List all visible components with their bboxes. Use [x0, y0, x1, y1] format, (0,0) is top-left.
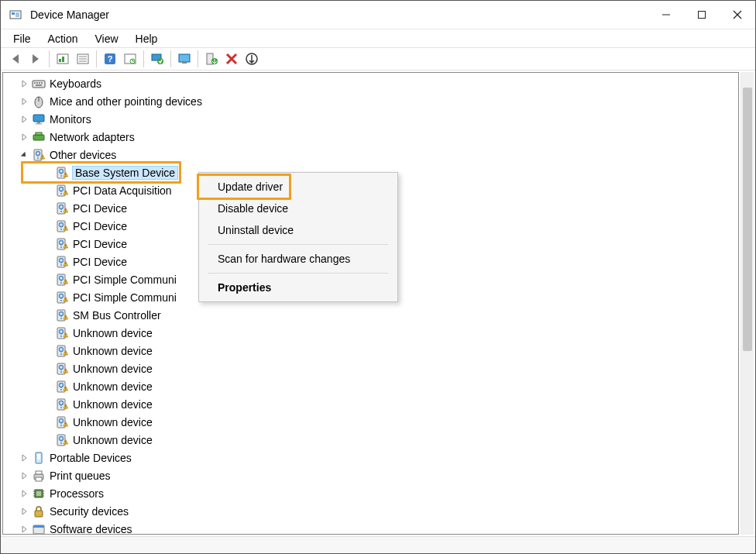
network-icon — [31, 130, 46, 144]
expand-icon[interactable] — [19, 96, 29, 107]
context-menu-item[interactable]: Uninstall device — [201, 219, 396, 241]
uninstall-button[interactable] — [222, 50, 242, 68]
scan-hardware-button[interactable] — [242, 50, 262, 68]
tree-item-label: Unknown device — [73, 327, 153, 339]
unknown-warn-icon — [54, 237, 70, 251]
tree-item-label: Unknown device — [73, 380, 153, 393]
toolbar-separator — [198, 50, 198, 67]
tree-item[interactable]: Unknown device — [42, 324, 738, 342]
update-driver-button[interactable] — [147, 50, 167, 68]
expand-icon[interactable] — [19, 524, 29, 535]
unknown-warn-icon — [54, 166, 70, 180]
tree-item[interactable]: Mice and other pointing devices — [19, 92, 738, 110]
close-button[interactable] — [720, 1, 755, 29]
tree-item[interactable]: Portable Devices — [19, 449, 738, 466]
menu-action[interactable]: Action — [40, 30, 86, 47]
lock-icon — [31, 504, 46, 518]
tree-item[interactable]: SM Bus Controller — [42, 306, 738, 324]
titlebar: Device Manager — [1, 1, 755, 29]
context-menu-item[interactable]: Disable device — [201, 198, 396, 219]
expand-icon[interactable] — [19, 78, 29, 89]
menu-help[interactable]: Help — [128, 30, 166, 47]
expand-icon[interactable] — [19, 488, 29, 499]
no-toggle — [42, 256, 53, 267]
unknown-warn-icon — [31, 148, 46, 162]
maximize-button[interactable] — [684, 1, 720, 29]
vertical-scrollbar[interactable] — [741, 72, 754, 535]
unknown-warn-icon — [54, 201, 70, 215]
expand-icon[interactable] — [19, 114, 29, 125]
context-menu-item[interactable]: Properties — [201, 277, 396, 298]
scrollbar-thumb[interactable] — [743, 88, 752, 351]
no-toggle — [42, 203, 53, 214]
tree-item-label: Print queues — [50, 470, 111, 482]
menu-view[interactable]: View — [87, 30, 125, 47]
no-toggle — [42, 435, 53, 446]
show-hidden-button[interactable] — [53, 50, 73, 68]
tree-item-label: Processors — [50, 487, 104, 500]
display-button[interactable] — [174, 50, 194, 68]
no-toggle — [42, 417, 53, 428]
back-button[interactable] — [5, 50, 26, 68]
unknown-warn-icon — [54, 397, 70, 411]
tree-item[interactable]: Unknown device — [42, 413, 738, 431]
cpu-icon — [31, 487, 46, 501]
context-menu-separator — [208, 273, 388, 274]
expand-icon[interactable] — [19, 470, 29, 481]
tree-item[interactable]: Monitors — [19, 110, 738, 128]
keyboard-icon — [31, 77, 46, 91]
tree-item-label: Software devices — [50, 523, 132, 535]
no-toggle — [42, 399, 53, 410]
unknown-warn-icon — [54, 273, 70, 287]
device-tree[interactable]: KeyboardsMice and other pointing devices… — [2, 72, 739, 535]
toolbar-separator — [170, 50, 171, 67]
enable-device-button[interactable] — [201, 50, 222, 68]
svg-rect-57 — [699, 12, 706, 19]
expand-icon[interactable] — [19, 132, 29, 143]
no-toggle — [42, 310, 53, 321]
printer-icon — [31, 469, 46, 483]
help-button[interactable] — [100, 50, 120, 68]
unknown-warn-icon — [54, 291, 70, 305]
tree-item[interactable]: Keyboards — [19, 74, 738, 92]
tree-item[interactable]: Unknown device — [42, 431, 738, 449]
tree-item[interactable]: Unknown device — [42, 377, 738, 395]
no-toggle — [42, 328, 53, 339]
tree-item-label: Monitors — [50, 113, 91, 126]
tree-item-label: PCI Simple Communi — [73, 274, 177, 286]
no-toggle — [42, 274, 53, 285]
tree-item[interactable]: Network adapters — [19, 128, 738, 146]
unknown-warn-icon — [54, 184, 70, 198]
unknown-warn-icon — [54, 344, 70, 358]
minimize-button[interactable] — [648, 1, 684, 29]
tree-item[interactable]: Print queues — [19, 466, 738, 484]
tree-item[interactable]: Unknown device — [42, 342, 738, 360]
tree-item[interactable]: Unknown device — [42, 395, 738, 413]
toolbar — [1, 47, 755, 71]
expand-icon[interactable] — [19, 452, 29, 463]
tree-item[interactable]: Security devices — [19, 502, 738, 520]
unknown-warn-icon — [54, 415, 70, 429]
expand-icon[interactable] — [19, 506, 29, 517]
menubar: File Action View Help — [1, 29, 755, 47]
tree-item[interactable]: Software devices — [19, 520, 738, 535]
forward-button[interactable] — [26, 50, 46, 68]
unknown-warn-icon — [54, 308, 70, 322]
unknown-warn-icon — [54, 255, 70, 269]
context-menu-item[interactable]: Scan for hardware changes — [201, 248, 396, 270]
portable-icon — [31, 451, 46, 465]
no-toggle — [42, 346, 53, 356]
tree-item[interactable]: Unknown device — [42, 360, 738, 377]
menu-file[interactable]: File — [5, 30, 39, 47]
tree-item[interactable]: Processors — [19, 484, 738, 502]
unknown-warn-icon — [54, 362, 70, 376]
context-menu-item[interactable]: Update driver — [201, 176, 396, 198]
collapse-icon[interactable] — [19, 150, 29, 160]
properties-button[interactable] — [73, 50, 93, 68]
tree-item[interactable]: Other devices — [19, 146, 738, 163]
tree-item-label: PCI Device — [73, 220, 127, 232]
scan-button[interactable] — [120, 50, 140, 68]
toolbar-separator — [49, 50, 50, 67]
tree-item-label: Keyboards — [50, 77, 101, 90]
no-toggle — [42, 292, 53, 303]
